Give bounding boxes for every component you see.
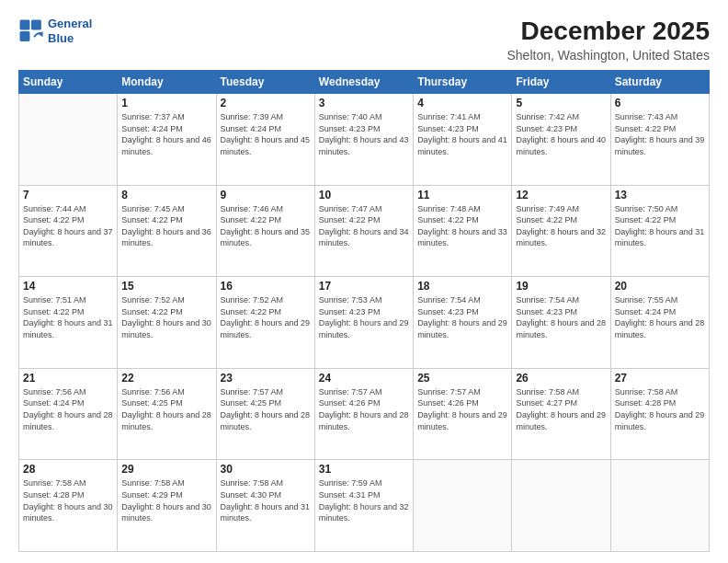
page: General Blue December 2025 Shelton, Wash… (0, 0, 728, 563)
calendar-cell: 1 Sunrise: 7:37 AMSunset: 4:24 PMDayligh… (118, 94, 216, 186)
calendar-cell: 24 Sunrise: 7:57 AMSunset: 4:26 PMDaylig… (314, 368, 413, 460)
cell-info: Sunrise: 7:41 AMSunset: 4:23 PMDaylight:… (417, 112, 507, 156)
cell-info: Sunrise: 7:54 AMSunset: 4:23 PMDaylight:… (516, 295, 606, 339)
cell-info: Sunrise: 7:54 AMSunset: 4:23 PMDaylight:… (417, 295, 507, 339)
day-number: 11 (417, 189, 507, 201)
cell-info: Sunrise: 7:58 AMSunset: 4:27 PMDaylight:… (516, 387, 606, 431)
day-number: 5 (516, 97, 606, 109)
cell-info: Sunrise: 7:39 AMSunset: 4:24 PMDaylight:… (221, 112, 311, 156)
week-row-2: 7 Sunrise: 7:44 AMSunset: 4:22 PMDayligh… (19, 185, 710, 277)
calendar-cell: 25 Sunrise: 7:57 AMSunset: 4:26 PMDaylig… (414, 368, 512, 460)
cell-info: Sunrise: 7:57 AMSunset: 4:26 PMDaylight:… (417, 387, 507, 431)
cell-info: Sunrise: 7:45 AMSunset: 4:22 PMDaylight:… (121, 204, 211, 248)
day-number: 24 (319, 372, 409, 385)
title-block: December 2025 Shelton, Washington, Unite… (507, 17, 711, 63)
day-number: 7 (23, 189, 113, 201)
week-row-1: 1 Sunrise: 7:37 AMSunset: 4:24 PMDayligh… (19, 94, 710, 186)
week-row-3: 14 Sunrise: 7:51 AMSunset: 4:22 PMDaylig… (19, 277, 710, 369)
day-number: 10 (319, 189, 409, 201)
svg-rect-2 (20, 31, 30, 41)
day-number: 6 (615, 97, 705, 109)
logo: General Blue (18, 17, 92, 45)
day-number: 18 (417, 280, 507, 293)
calendar-cell: 10 Sunrise: 7:47 AMSunset: 4:22 PMDaylig… (314, 185, 413, 277)
calendar-cell: 21 Sunrise: 7:56 AMSunset: 4:24 PMDaylig… (19, 368, 118, 460)
cell-info: Sunrise: 7:43 AMSunset: 4:22 PMDaylight:… (615, 112, 705, 156)
header-cell-saturday: Saturday (610, 71, 709, 94)
logo-icon (18, 18, 44, 44)
cell-info: Sunrise: 7:53 AMSunset: 4:23 PMDaylight:… (319, 295, 409, 339)
calendar-cell: 9 Sunrise: 7:46 AMSunset: 4:22 PMDayligh… (216, 185, 314, 277)
cell-info: Sunrise: 7:47 AMSunset: 4:22 PMDaylight:… (319, 204, 409, 248)
day-number: 26 (516, 372, 606, 385)
calendar-cell: 15 Sunrise: 7:52 AMSunset: 4:22 PMDaylig… (118, 277, 216, 369)
calendar-cell: 16 Sunrise: 7:52 AMSunset: 4:22 PMDaylig… (216, 277, 314, 369)
cell-info: Sunrise: 7:56 AMSunset: 4:24 PMDaylight:… (23, 387, 113, 431)
header-cell-tuesday: Tuesday (216, 71, 314, 94)
day-number: 9 (221, 189, 311, 201)
cell-info: Sunrise: 7:50 AMSunset: 4:22 PMDaylight:… (615, 204, 705, 248)
main-title: December 2025 (507, 17, 711, 46)
day-number: 20 (615, 280, 705, 293)
calendar-cell (512, 460, 610, 552)
calendar-cell (19, 94, 118, 186)
day-number: 23 (221, 372, 311, 385)
day-number: 16 (221, 280, 311, 293)
day-number: 25 (417, 372, 507, 385)
calendar-header-row: SundayMondayTuesdayWednesdayThursdayFrid… (19, 71, 710, 94)
calendar-cell: 3 Sunrise: 7:40 AMSunset: 4:23 PMDayligh… (314, 94, 413, 186)
svg-rect-1 (31, 19, 41, 29)
cell-info: Sunrise: 7:49 AMSunset: 4:22 PMDaylight:… (516, 204, 606, 248)
calendar-cell: 28 Sunrise: 7:58 AMSunset: 4:28 PMDaylig… (19, 460, 118, 552)
cell-info: Sunrise: 7:42 AMSunset: 4:23 PMDaylight:… (516, 112, 606, 156)
cell-info: Sunrise: 7:51 AMSunset: 4:22 PMDaylight:… (23, 295, 113, 339)
day-number: 29 (121, 463, 211, 476)
cell-info: Sunrise: 7:58 AMSunset: 4:28 PMDaylight:… (23, 478, 113, 523)
day-number: 13 (615, 189, 705, 201)
day-number: 28 (23, 463, 113, 476)
cell-info: Sunrise: 7:59 AMSunset: 4:31 PMDaylight:… (319, 478, 409, 523)
day-number: 17 (319, 280, 409, 293)
calendar-cell: 2 Sunrise: 7:39 AMSunset: 4:24 PMDayligh… (216, 94, 314, 186)
calendar-cell: 29 Sunrise: 7:58 AMSunset: 4:29 PMDaylig… (118, 460, 216, 552)
cell-info: Sunrise: 7:46 AMSunset: 4:22 PMDaylight:… (221, 204, 311, 248)
calendar-cell: 7 Sunrise: 7:44 AMSunset: 4:22 PMDayligh… (19, 185, 118, 277)
calendar-cell: 22 Sunrise: 7:56 AMSunset: 4:25 PMDaylig… (118, 368, 216, 460)
day-number: 30 (221, 463, 311, 476)
day-number: 2 (221, 97, 311, 109)
calendar-cell: 14 Sunrise: 7:51 AMSunset: 4:22 PMDaylig… (19, 277, 118, 369)
cell-info: Sunrise: 7:56 AMSunset: 4:25 PMDaylight:… (121, 387, 211, 431)
calendar-cell: 13 Sunrise: 7:50 AMSunset: 4:22 PMDaylig… (610, 185, 709, 277)
header-cell-sunday: Sunday (19, 71, 118, 94)
calendar-cell: 30 Sunrise: 7:58 AMSunset: 4:30 PMDaylig… (216, 460, 314, 552)
calendar-cell: 8 Sunrise: 7:45 AMSunset: 4:22 PMDayligh… (118, 185, 216, 277)
cell-info: Sunrise: 7:55 AMSunset: 4:24 PMDaylight:… (615, 295, 705, 339)
subtitle: Shelton, Washington, United States (507, 48, 711, 63)
header-cell-monday: Monday (118, 71, 216, 94)
logo-text: General Blue (48, 17, 92, 45)
cell-info: Sunrise: 7:40 AMSunset: 4:23 PMDaylight:… (319, 112, 409, 156)
cell-info: Sunrise: 7:58 AMSunset: 4:30 PMDaylight:… (221, 478, 311, 523)
day-number: 15 (121, 280, 211, 293)
header: General Blue December 2025 Shelton, Wash… (18, 17, 710, 63)
header-cell-friday: Friday (512, 71, 610, 94)
calendar-cell: 31 Sunrise: 7:59 AMSunset: 4:31 PMDaylig… (314, 460, 413, 552)
calendar-cell: 12 Sunrise: 7:49 AMSunset: 4:22 PMDaylig… (512, 185, 610, 277)
header-cell-wednesday: Wednesday (314, 71, 413, 94)
cell-info: Sunrise: 7:48 AMSunset: 4:22 PMDaylight:… (417, 204, 507, 248)
calendar-cell: 20 Sunrise: 7:55 AMSunset: 4:24 PMDaylig… (610, 277, 709, 369)
day-number: 19 (516, 280, 606, 293)
calendar-cell (610, 460, 709, 552)
calendar-cell: 11 Sunrise: 7:48 AMSunset: 4:22 PMDaylig… (414, 185, 512, 277)
calendar-table: SundayMondayTuesdayWednesdayThursdayFrid… (18, 70, 710, 552)
calendar-cell: 19 Sunrise: 7:54 AMSunset: 4:23 PMDaylig… (512, 277, 610, 369)
header-cell-thursday: Thursday (414, 71, 512, 94)
day-number: 8 (121, 189, 211, 201)
day-number: 14 (23, 280, 113, 293)
day-number: 21 (23, 372, 113, 385)
calendar-cell: 6 Sunrise: 7:43 AMSunset: 4:22 PMDayligh… (610, 94, 709, 186)
day-number: 3 (319, 97, 409, 109)
calendar-cell: 23 Sunrise: 7:57 AMSunset: 4:25 PMDaylig… (216, 368, 314, 460)
cell-info: Sunrise: 7:57 AMSunset: 4:26 PMDaylight:… (319, 387, 409, 431)
calendar-cell: 26 Sunrise: 7:58 AMSunset: 4:27 PMDaylig… (512, 368, 610, 460)
